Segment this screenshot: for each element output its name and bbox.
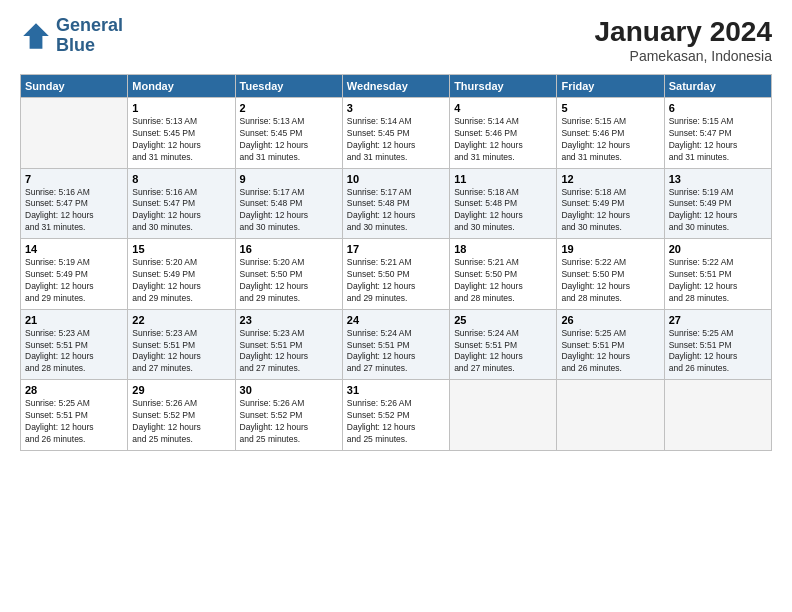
day-number: 21 xyxy=(25,314,123,326)
day-info: Sunrise: 5:17 AMSunset: 5:48 PMDaylight:… xyxy=(347,187,445,235)
calendar-cell: 30Sunrise: 5:26 AMSunset: 5:52 PMDayligh… xyxy=(235,380,342,451)
day-info: Sunrise: 5:14 AMSunset: 5:46 PMDaylight:… xyxy=(454,116,552,164)
calendar-cell: 18Sunrise: 5:21 AMSunset: 5:50 PMDayligh… xyxy=(450,239,557,310)
day-number: 28 xyxy=(25,384,123,396)
calendar-cell: 15Sunrise: 5:20 AMSunset: 5:49 PMDayligh… xyxy=(128,239,235,310)
day-number: 14 xyxy=(25,243,123,255)
day-info: Sunrise: 5:21 AMSunset: 5:50 PMDaylight:… xyxy=(347,257,445,305)
day-number: 23 xyxy=(240,314,338,326)
calendar-cell xyxy=(664,380,771,451)
day-info: Sunrise: 5:26 AMSunset: 5:52 PMDaylight:… xyxy=(240,398,338,446)
day-info: Sunrise: 5:14 AMSunset: 5:45 PMDaylight:… xyxy=(347,116,445,164)
day-info: Sunrise: 5:25 AMSunset: 5:51 PMDaylight:… xyxy=(669,328,767,376)
day-number: 16 xyxy=(240,243,338,255)
week-row-3: 14Sunrise: 5:19 AMSunset: 5:49 PMDayligh… xyxy=(21,239,772,310)
day-info: Sunrise: 5:19 AMSunset: 5:49 PMDaylight:… xyxy=(669,187,767,235)
day-info: Sunrise: 5:23 AMSunset: 5:51 PMDaylight:… xyxy=(132,328,230,376)
header-row: SundayMondayTuesdayWednesdayThursdayFrid… xyxy=(21,75,772,98)
calendar-cell: 9Sunrise: 5:17 AMSunset: 5:48 PMDaylight… xyxy=(235,168,342,239)
day-number: 31 xyxy=(347,384,445,396)
week-row-2: 7Sunrise: 5:16 AMSunset: 5:47 PMDaylight… xyxy=(21,168,772,239)
week-row-1: 1Sunrise: 5:13 AMSunset: 5:45 PMDaylight… xyxy=(21,98,772,169)
day-info: Sunrise: 5:26 AMSunset: 5:52 PMDaylight:… xyxy=(132,398,230,446)
day-number: 2 xyxy=(240,102,338,114)
day-header-sunday: Sunday xyxy=(21,75,128,98)
day-number: 26 xyxy=(561,314,659,326)
day-info: Sunrise: 5:26 AMSunset: 5:52 PMDaylight:… xyxy=(347,398,445,446)
day-number: 6 xyxy=(669,102,767,114)
calendar-cell: 6Sunrise: 5:15 AMSunset: 5:47 PMDaylight… xyxy=(664,98,771,169)
calendar-cell: 16Sunrise: 5:20 AMSunset: 5:50 PMDayligh… xyxy=(235,239,342,310)
day-info: Sunrise: 5:25 AMSunset: 5:51 PMDaylight:… xyxy=(25,398,123,446)
day-number: 19 xyxy=(561,243,659,255)
calendar-cell: 20Sunrise: 5:22 AMSunset: 5:51 PMDayligh… xyxy=(664,239,771,310)
calendar-cell: 8Sunrise: 5:16 AMSunset: 5:47 PMDaylight… xyxy=(128,168,235,239)
day-number: 25 xyxy=(454,314,552,326)
logo-line2: Blue xyxy=(56,36,123,56)
calendar-cell: 21Sunrise: 5:23 AMSunset: 5:51 PMDayligh… xyxy=(21,309,128,380)
calendar-cell: 26Sunrise: 5:25 AMSunset: 5:51 PMDayligh… xyxy=(557,309,664,380)
calendar-table: SundayMondayTuesdayWednesdayThursdayFrid… xyxy=(20,74,772,451)
calendar-cell: 22Sunrise: 5:23 AMSunset: 5:51 PMDayligh… xyxy=(128,309,235,380)
day-number: 24 xyxy=(347,314,445,326)
calendar-cell: 10Sunrise: 5:17 AMSunset: 5:48 PMDayligh… xyxy=(342,168,449,239)
calendar-cell: 29Sunrise: 5:26 AMSunset: 5:52 PMDayligh… xyxy=(128,380,235,451)
day-info: Sunrise: 5:13 AMSunset: 5:45 PMDaylight:… xyxy=(132,116,230,164)
day-number: 22 xyxy=(132,314,230,326)
calendar-cell: 12Sunrise: 5:18 AMSunset: 5:49 PMDayligh… xyxy=(557,168,664,239)
day-number: 7 xyxy=(25,173,123,185)
day-number: 17 xyxy=(347,243,445,255)
day-info: Sunrise: 5:20 AMSunset: 5:49 PMDaylight:… xyxy=(132,257,230,305)
calendar-cell xyxy=(450,380,557,451)
logo-text: General Blue xyxy=(56,16,123,56)
day-info: Sunrise: 5:16 AMSunset: 5:47 PMDaylight:… xyxy=(25,187,123,235)
day-header-saturday: Saturday xyxy=(664,75,771,98)
day-info: Sunrise: 5:15 AMSunset: 5:47 PMDaylight:… xyxy=(669,116,767,164)
page: General Blue January 2024 Pamekasan, Ind… xyxy=(0,0,792,612)
day-header-tuesday: Tuesday xyxy=(235,75,342,98)
day-number: 3 xyxy=(347,102,445,114)
day-header-thursday: Thursday xyxy=(450,75,557,98)
day-info: Sunrise: 5:22 AMSunset: 5:51 PMDaylight:… xyxy=(669,257,767,305)
day-number: 9 xyxy=(240,173,338,185)
logo-line1: General xyxy=(56,16,123,36)
calendar-cell: 19Sunrise: 5:22 AMSunset: 5:50 PMDayligh… xyxy=(557,239,664,310)
calendar-cell: 4Sunrise: 5:14 AMSunset: 5:46 PMDaylight… xyxy=(450,98,557,169)
logo: General Blue xyxy=(20,16,123,56)
day-number: 20 xyxy=(669,243,767,255)
day-number: 30 xyxy=(240,384,338,396)
day-number: 1 xyxy=(132,102,230,114)
day-number: 8 xyxy=(132,173,230,185)
main-title: January 2024 xyxy=(595,16,772,48)
week-row-5: 28Sunrise: 5:25 AMSunset: 5:51 PMDayligh… xyxy=(21,380,772,451)
calendar-cell: 27Sunrise: 5:25 AMSunset: 5:51 PMDayligh… xyxy=(664,309,771,380)
day-info: Sunrise: 5:23 AMSunset: 5:51 PMDaylight:… xyxy=(240,328,338,376)
day-number: 10 xyxy=(347,173,445,185)
day-info: Sunrise: 5:17 AMSunset: 5:48 PMDaylight:… xyxy=(240,187,338,235)
day-info: Sunrise: 5:19 AMSunset: 5:49 PMDaylight:… xyxy=(25,257,123,305)
day-info: Sunrise: 5:15 AMSunset: 5:46 PMDaylight:… xyxy=(561,116,659,164)
day-header-wednesday: Wednesday xyxy=(342,75,449,98)
logo-icon xyxy=(20,20,52,52)
day-info: Sunrise: 5:24 AMSunset: 5:51 PMDaylight:… xyxy=(347,328,445,376)
header: General Blue January 2024 Pamekasan, Ind… xyxy=(20,16,772,64)
day-info: Sunrise: 5:25 AMSunset: 5:51 PMDaylight:… xyxy=(561,328,659,376)
day-number: 13 xyxy=(669,173,767,185)
calendar-cell: 11Sunrise: 5:18 AMSunset: 5:48 PMDayligh… xyxy=(450,168,557,239)
day-header-monday: Monday xyxy=(128,75,235,98)
day-info: Sunrise: 5:18 AMSunset: 5:48 PMDaylight:… xyxy=(454,187,552,235)
day-info: Sunrise: 5:13 AMSunset: 5:45 PMDaylight:… xyxy=(240,116,338,164)
calendar-cell: 13Sunrise: 5:19 AMSunset: 5:49 PMDayligh… xyxy=(664,168,771,239)
day-info: Sunrise: 5:16 AMSunset: 5:47 PMDaylight:… xyxy=(132,187,230,235)
day-number: 27 xyxy=(669,314,767,326)
day-number: 15 xyxy=(132,243,230,255)
day-number: 12 xyxy=(561,173,659,185)
day-number: 4 xyxy=(454,102,552,114)
calendar-cell: 28Sunrise: 5:25 AMSunset: 5:51 PMDayligh… xyxy=(21,380,128,451)
day-info: Sunrise: 5:18 AMSunset: 5:49 PMDaylight:… xyxy=(561,187,659,235)
calendar-cell: 5Sunrise: 5:15 AMSunset: 5:46 PMDaylight… xyxy=(557,98,664,169)
day-header-friday: Friday xyxy=(557,75,664,98)
day-info: Sunrise: 5:23 AMSunset: 5:51 PMDaylight:… xyxy=(25,328,123,376)
week-row-4: 21Sunrise: 5:23 AMSunset: 5:51 PMDayligh… xyxy=(21,309,772,380)
calendar-cell: 23Sunrise: 5:23 AMSunset: 5:51 PMDayligh… xyxy=(235,309,342,380)
